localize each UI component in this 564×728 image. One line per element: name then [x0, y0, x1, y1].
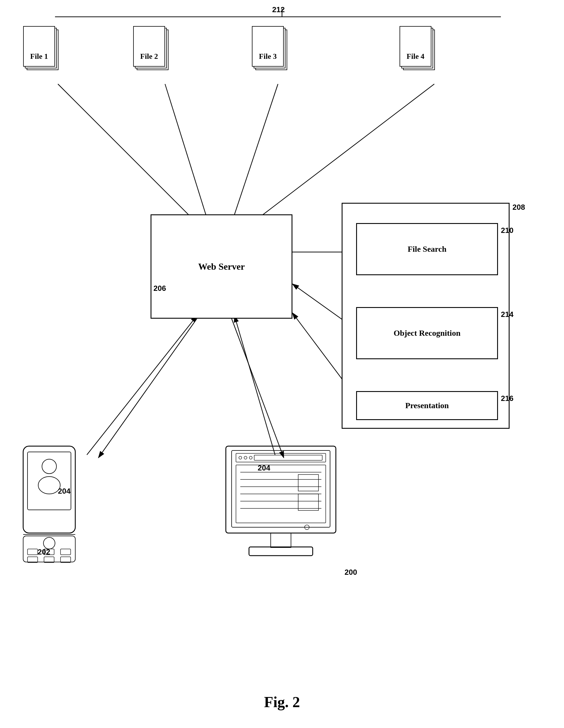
- ref-200: 200: [344, 568, 357, 577]
- svg-rect-47: [271, 533, 291, 548]
- ref-206: 206: [154, 284, 166, 293]
- svg-rect-46: [298, 494, 318, 510]
- svg-line-5: [58, 84, 197, 223]
- ref-214: 214: [501, 310, 513, 319]
- file3-stack: [252, 26, 289, 72]
- svg-point-34: [239, 456, 242, 459]
- svg-point-21: [38, 477, 60, 494]
- diagram-container: 212 File 1 File 2 File 3 File 4 Web Serv…: [0, 0, 564, 728]
- svg-point-20: [42, 459, 56, 474]
- file-search-label: File Search: [408, 245, 446, 254]
- ref-212: 212: [272, 5, 284, 14]
- svg-line-6: [165, 84, 209, 223]
- web-server-box: Web Server: [151, 214, 292, 319]
- svg-rect-25: [28, 549, 38, 555]
- svg-rect-19: [28, 452, 71, 510]
- svg-line-15: [232, 319, 284, 458]
- ref-204-phone: 204: [58, 487, 70, 496]
- svg-point-23: [43, 537, 55, 549]
- web-server-label: Web Server: [198, 261, 245, 272]
- presentation-label: Presentation: [405, 401, 449, 410]
- file4-stack: [399, 26, 437, 72]
- file2-stack: [133, 26, 171, 72]
- file-search-box: File Search: [356, 223, 498, 275]
- presentation-box: Presentation: [356, 391, 498, 420]
- file2-label: File 2: [133, 52, 165, 61]
- ref-208: 208: [512, 203, 525, 212]
- svg-line-8: [252, 84, 434, 223]
- file1-label: File 1: [23, 52, 55, 61]
- svg-line-7: [232, 84, 278, 223]
- file4-label: File 4: [399, 52, 431, 61]
- svg-line-16: [87, 316, 197, 455]
- phone-device: [17, 443, 81, 565]
- object-recognition-label: Object Recognition: [394, 329, 461, 338]
- svg-line-17: [235, 316, 275, 455]
- svg-point-35: [244, 456, 247, 459]
- svg-rect-45: [298, 475, 318, 491]
- svg-rect-27: [61, 549, 71, 555]
- ref-202: 202: [38, 548, 50, 557]
- ref-210: 210: [501, 226, 513, 235]
- file1-stack: [23, 26, 61, 72]
- object-recognition-box: Object Recognition: [356, 307, 498, 359]
- file3-label: File 3: [252, 52, 284, 61]
- ref-204-desktop: 204: [258, 464, 270, 472]
- svg-rect-48: [249, 547, 313, 556]
- ref-216: 216: [501, 394, 513, 403]
- svg-rect-31: [226, 446, 336, 533]
- svg-rect-37: [254, 455, 322, 460]
- svg-point-36: [249, 456, 252, 459]
- monitor-device: [220, 443, 342, 571]
- fig-label: Fig. 2: [264, 694, 300, 711]
- svg-line-14: [98, 319, 197, 458]
